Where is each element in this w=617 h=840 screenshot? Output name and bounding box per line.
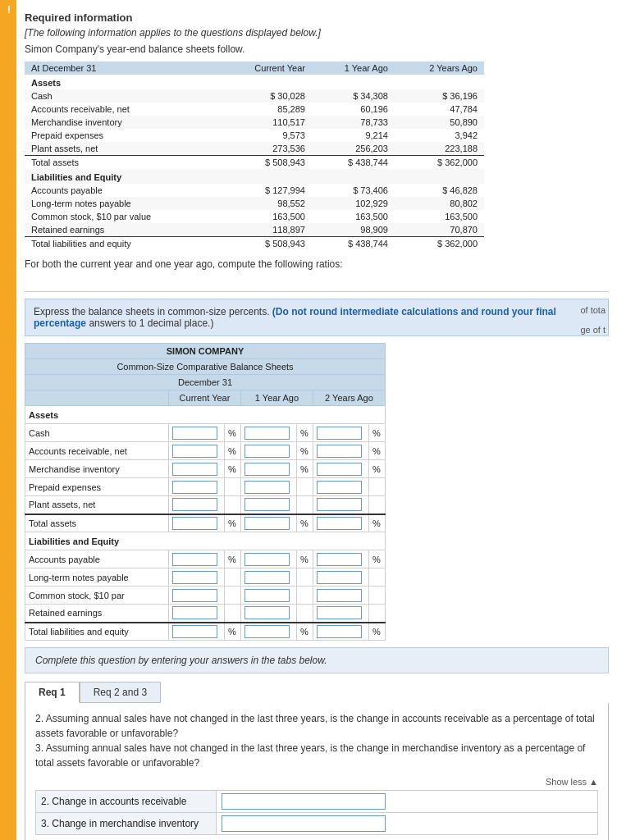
re-one: 98,909 bbox=[312, 223, 395, 237]
liabilities-header: Liabilities and Equity bbox=[25, 169, 484, 184]
cs-cs-label: Common stock, $10 par bbox=[25, 587, 169, 605]
tab-req1[interactable]: Req 1 bbox=[25, 682, 80, 703]
cs-col-current: Current Year bbox=[169, 390, 241, 406]
ar-current: 85,289 bbox=[219, 103, 312, 116]
tab-req2and3[interactable]: Req 2 and 3 bbox=[80, 682, 161, 703]
cs-ta-two-input[interactable] bbox=[317, 517, 362, 530]
re-label: Retained earnings bbox=[25, 223, 219, 237]
cs-cash-two-input-cell[interactable] bbox=[313, 424, 368, 442]
cs-cs-cur-input[interactable] bbox=[172, 589, 217, 602]
cs-current: 163,500 bbox=[219, 210, 312, 223]
cs-ltnp-cur-input[interactable] bbox=[172, 571, 217, 584]
cs-liabilities-header: Liabilities and Equity bbox=[25, 532, 386, 550]
cs-cash-one-input-cell[interactable] bbox=[240, 424, 296, 442]
cs-prepaid-two-input[interactable] bbox=[317, 481, 362, 494]
cs-cash-one-input[interactable] bbox=[245, 427, 290, 440]
tab-content: 2. Assuming annual sales have not change… bbox=[25, 703, 609, 840]
prepaid-current: 9,573 bbox=[219, 129, 312, 142]
inv-label: Merchandise inventory bbox=[25, 116, 219, 129]
ltnp-current: 98,552 bbox=[219, 197, 312, 210]
note-text: For both the current year and one year a… bbox=[25, 258, 609, 270]
ar-label: Accounts receivable, net bbox=[25, 103, 219, 116]
bs-col-one: 1 Year Ago bbox=[312, 62, 395, 75]
cs-col-one: 1 Year Ago bbox=[240, 390, 313, 406]
cs-prepaid-cur-input[interactable] bbox=[172, 481, 217, 494]
tabs-row: Req 1 Req 2 and 3 bbox=[25, 682, 609, 703]
prepaid-one: 9,214 bbox=[312, 129, 395, 142]
cs-ar-one-input[interactable] bbox=[245, 445, 290, 458]
cs-inv-cur-input[interactable] bbox=[172, 463, 217, 476]
cs-pct2: % bbox=[297, 424, 313, 442]
cs-tle-two-input[interactable] bbox=[317, 625, 362, 638]
cs-tle-cur-input[interactable] bbox=[172, 625, 217, 638]
total-le-label: Total liabilities and equity bbox=[25, 237, 219, 251]
cs-re-two-input[interactable] bbox=[317, 606, 362, 619]
cs-ta-one-input[interactable] bbox=[245, 517, 290, 530]
plant-label: Plant assets, net bbox=[25, 142, 219, 156]
cs-prepaid-one-input[interactable] bbox=[245, 481, 290, 494]
cs-ar-cur-input[interactable] bbox=[172, 445, 217, 458]
cs-cash-cur-input-cell[interactable] bbox=[169, 424, 225, 442]
plant-one: 256,203 bbox=[312, 142, 395, 156]
cs-two: 163,500 bbox=[395, 210, 484, 223]
cs-ta-cur-input[interactable] bbox=[172, 517, 217, 530]
info-text-after: answers to 1 decimal place.) bbox=[89, 317, 213, 329]
cs-plant-cur-input[interactable] bbox=[172, 498, 217, 511]
cs-ap-one-input[interactable] bbox=[245, 553, 290, 566]
cs-col-label bbox=[25, 390, 169, 406]
prepaid-two: 3,942 bbox=[395, 129, 484, 142]
cs-plant-label: Plant assets, net bbox=[25, 496, 169, 514]
prepaid-label: Prepaid expenses bbox=[25, 129, 219, 142]
cash-one: $ 34,308 bbox=[312, 89, 395, 103]
ltnp-label: Long-term notes payable bbox=[25, 197, 219, 210]
answer-q2-input[interactable] bbox=[222, 793, 386, 810]
cs-ar-two-input[interactable] bbox=[317, 445, 362, 458]
q3-text: 3. Assuming annual sales have not change… bbox=[35, 742, 585, 769]
plant-two: 223,188 bbox=[395, 142, 484, 156]
cs-cs-two-input[interactable] bbox=[317, 589, 362, 602]
age-of-label: ge of t bbox=[580, 325, 606, 335]
total-assets-two: $ 362,000 bbox=[395, 156, 484, 170]
cs-total-le-label: Total liabilities and equity bbox=[25, 623, 169, 641]
ar-two: 47,784 bbox=[395, 103, 484, 116]
cs-cash-cur-input[interactable] bbox=[172, 427, 217, 440]
cs-inv-one-input[interactable] bbox=[245, 463, 290, 476]
cs-inv-two-input[interactable] bbox=[317, 463, 362, 476]
cs-plant-one-input[interactable] bbox=[245, 498, 290, 511]
info-text-before: Express the balance sheets in common-siz… bbox=[34, 306, 269, 317]
cs-ap-two-input[interactable] bbox=[317, 553, 362, 566]
cs-cash-two-input[interactable] bbox=[317, 427, 362, 440]
cs-ap-label: Accounts payable bbox=[25, 550, 169, 568]
answer-q3-input[interactable] bbox=[222, 815, 386, 832]
cs-col-two: 2 Years Ago bbox=[313, 390, 385, 406]
q2-text: 2. Assuming annual sales have not change… bbox=[35, 713, 595, 739]
cs-total-assets-label: Total assets bbox=[25, 514, 169, 532]
ap-label: Accounts payable bbox=[25, 184, 219, 197]
cs-ap-cur-input[interactable] bbox=[172, 553, 217, 566]
cs-inv-label: Merchandise inventory bbox=[25, 460, 169, 478]
cs-tle-one-input[interactable] bbox=[245, 625, 290, 638]
cs-label: Common stock, $10 par value bbox=[25, 210, 219, 223]
cs-plant-two-input[interactable] bbox=[317, 498, 362, 511]
answer-q3-input-cell[interactable] bbox=[217, 813, 598, 835]
cs-one: 163,500 bbox=[312, 210, 395, 223]
cs-re-cur-input[interactable] bbox=[172, 606, 217, 619]
re-current: 118,897 bbox=[219, 223, 312, 237]
show-less[interactable]: Show less ▲ bbox=[35, 777, 598, 787]
cs-ltnp-label: Long-term notes payable bbox=[25, 568, 169, 587]
cs-ltnp-two-input[interactable] bbox=[317, 571, 362, 584]
cs-subtitle: Common-Size Comparative Balance Sheets bbox=[25, 359, 386, 375]
cs-re-one-input[interactable] bbox=[245, 606, 290, 619]
cs-ltnp-one-input[interactable] bbox=[245, 571, 290, 584]
cs-date: December 31 bbox=[25, 375, 386, 390]
cs-assets-header: Assets bbox=[25, 406, 386, 424]
inv-current: 110,517 bbox=[219, 116, 312, 129]
total-assets-label: Total assets bbox=[25, 156, 219, 170]
answer-q2-input-cell[interactable] bbox=[217, 791, 598, 813]
cs-cs-one-input[interactable] bbox=[245, 589, 290, 602]
assets-header: Assets bbox=[25, 75, 484, 89]
complete-bar: Complete this question by entering your … bbox=[25, 647, 609, 673]
total-assets-one: $ 438,744 bbox=[312, 156, 395, 170]
required-subtitle: [The following information applies to th… bbox=[25, 27, 609, 39]
cs-company-name: SIMON COMPANY bbox=[25, 344, 386, 359]
